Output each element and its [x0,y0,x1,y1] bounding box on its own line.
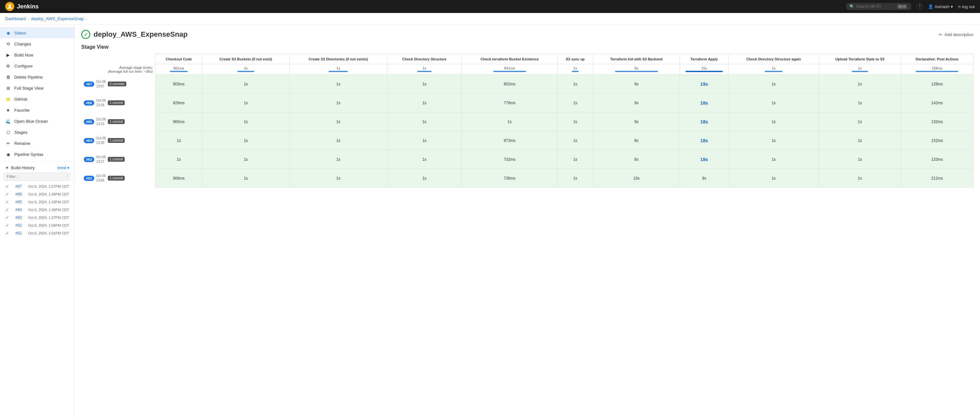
stage-64-terraform-apply[interactable]: 18s [680,131,729,150]
stage-62-check-dir[interactable]: 1s [387,169,461,188]
stage-67-s3-dirs[interactable]: 1s [290,75,387,94]
stage-66-s3-sync[interactable]: 1s [558,94,593,112]
stage-63-check-dir-again[interactable]: 1s [729,150,819,169]
sidebar-item-open-blue-ocean[interactable]: 🌊 Open Blue Ocean [0,116,74,127]
stage-64-terraform-init[interactable]: 8s [593,131,680,150]
stage-66-declarative[interactable]: 142ms [901,94,973,112]
stage-66-s3-dirs[interactable]: 1s [290,94,387,112]
sidebar-item-status[interactable]: ◉ Status [0,27,74,38]
user-section[interactable]: 👤 Avinash ▾ [928,4,953,9]
add-description-button[interactable]: ✏ Add description [939,32,974,37]
stage-63-s3-dirs[interactable]: 1s [290,150,387,169]
stage-63-terraform-init[interactable]: 8s [593,150,680,169]
stage-67-s3-buckets[interactable]: 1s [202,75,290,94]
commit-badge-66[interactable]: 1 commit [108,100,125,105]
commit-badge-64[interactable]: 1 commit [108,138,125,143]
stage-62-declarative[interactable]: 212ms [901,169,973,188]
build-badge-65[interactable]: #65 [84,119,94,124]
search-input[interactable] [856,4,895,9]
stage-63-upload-terraform[interactable]: 1s [819,150,901,169]
commit-badge-63[interactable]: 1 commit [108,157,125,162]
stage-62-s3-dirs[interactable]: 1s [290,169,387,188]
stage-64-check-dir-again[interactable]: 1s [729,131,819,150]
filter-box[interactable]: / [4,173,70,181]
stage-65-terraform-init[interactable]: 9s [593,112,680,131]
stage-65-checkout[interactable]: 965ms [156,112,202,131]
stage-66-terraform-apply[interactable]: 18s [680,94,729,112]
breadcrumb-pipeline[interactable]: deploy_AWS_ExpenseSnap [31,16,84,21]
stage-67-declarative[interactable]: 128ms [901,75,973,94]
stage-64-checkout[interactable]: 1s [156,131,202,150]
build-item[interactable]: ✓ #61 Oct 6, 2024, 1:01PM CDT [0,229,74,237]
stage-67-checkout[interactable]: 903ms [156,75,202,94]
sidebar-item-rename[interactable]: ✏ Rename [0,138,74,149]
stage-64-s3-buckets[interactable]: 1s [202,131,290,150]
stage-65-s3-dirs[interactable]: 1s [290,112,387,131]
sidebar-item-pipeline-syntax[interactable]: ◉ Pipeline Syntax [0,149,74,160]
stage-63-declarative[interactable]: 133ms [901,150,973,169]
sidebar-item-changes[interactable]: ⟲ Changes [0,38,74,49]
build-item[interactable]: ✓ #64 Oct 6, 2024, 1:30PM CDT [0,206,74,214]
stage-67-terraform-apply[interactable]: 19s [680,75,729,94]
stage-62-check-terraform[interactable]: 736ms [462,169,558,188]
sidebar-item-full-stage-view[interactable]: ⊞ Full Stage View [0,83,74,94]
stage-62-checkout[interactable]: 906ms [156,169,202,188]
stage-63-check-terraform[interactable]: 732ms [462,150,558,169]
stage-65-s3-sync[interactable]: 1s [558,112,593,131]
build-item[interactable]: ✓ #63 Oct 6, 2024, 1:27PM CDT [0,214,74,221]
stage-63-check-dir[interactable]: 1s [387,150,461,169]
sidebar-item-stages[interactable]: ⬡ Stages [0,127,74,138]
sidebar-item-favorite[interactable]: ★ Favorite [0,105,74,116]
stage-64-declarative[interactable]: 152ms [901,131,973,150]
commit-badge-67[interactable]: 3 commits [108,81,127,86]
build-item[interactable]: ✓ #62 Oct 6, 2024, 1:06PM CDT [0,221,74,229]
stage-64-s3-dirs[interactable]: 1s [290,131,387,150]
stage-67-check-dir[interactable]: 1s [387,75,461,94]
stage-66-check-dir-again[interactable]: 1s [729,94,819,112]
stage-63-terraform-apply[interactable]: 18s [680,150,729,169]
stage-65-declarative[interactable]: 132ms [901,112,973,131]
filter-input[interactable] [7,174,67,179]
build-badge-66[interactable]: #66 [84,100,94,105]
build-badge-62[interactable]: #62 [84,176,94,181]
stage-65-check-dir-again[interactable]: 1s [729,112,819,131]
stage-67-terraform-init[interactable]: 9s [593,75,680,94]
stage-66-check-terraform[interactable]: 776ms [462,94,558,112]
logout-button[interactable]: ⎋ log out [958,4,975,9]
build-item[interactable]: ✓ #65 Oct 6, 2024, 1:33PM CDT [0,198,74,206]
search-box[interactable]: 🔍 ⌘+K [846,3,911,10]
stage-65-check-dir[interactable]: 1s [387,112,461,131]
stage-67-check-terraform[interactable]: 802ms [462,75,558,94]
stage-62-terraform-init[interactable]: 10s [593,169,680,188]
stage-62-s3-sync[interactable]: 1s [558,169,593,188]
sidebar-item-delete-pipeline[interactable]: 🗑 Delete Pipeline [0,72,74,83]
stage-62-check-dir-again[interactable]: 1s [729,169,819,188]
stage-65-terraform-apply[interactable]: 18s [680,112,729,131]
stage-63-checkout[interactable]: 1s [156,150,202,169]
stage-66-check-dir[interactable]: 1s [387,94,461,112]
stage-64-check-dir[interactable]: 1s [387,131,461,150]
build-item[interactable]: ✓ #67 Oct 6, 2024, 1:57PM CDT [0,183,74,190]
help-button[interactable]: ? [916,3,923,10]
stage-64-upload-terraform[interactable]: 1s [819,131,901,150]
stage-62-upload-terraform[interactable]: 1s [819,169,901,188]
commit-badge-62[interactable]: 1 commit [108,176,125,181]
stage-63-s3-sync[interactable]: 1s [558,150,593,169]
jenkins-logo[interactable]: Jenkins [5,2,39,11]
stage-66-upload-terraform[interactable]: 1s [819,94,901,112]
build-badge-64[interactable]: #64 [84,138,94,143]
stage-65-check-terraform[interactable]: 1s [462,112,558,131]
stage-66-checkout[interactable]: 926ms [156,94,202,112]
build-badge-63[interactable]: #63 [84,157,94,162]
stage-67-upload-terraform[interactable]: 1s [819,75,901,94]
stage-65-upload-terraform[interactable]: 1s [819,112,901,131]
commit-badge-65[interactable]: 1 commit [108,119,125,124]
sidebar-item-build-now[interactable]: ▶ Build Now [0,49,74,60]
stage-66-s3-buckets[interactable]: 1s [202,94,290,112]
stage-67-check-dir-again[interactable]: 1s [729,75,819,94]
stage-65-s3-buckets[interactable]: 1s [202,112,290,131]
stage-64-s3-sync[interactable]: 1s [558,131,593,150]
stage-62-s3-buckets[interactable]: 1s [202,169,290,188]
stage-67-s3-sync[interactable]: 1s [558,75,593,94]
build-item[interactable]: ✓ #66 Oct 6, 2024, 1:36PM CDT [0,190,74,198]
